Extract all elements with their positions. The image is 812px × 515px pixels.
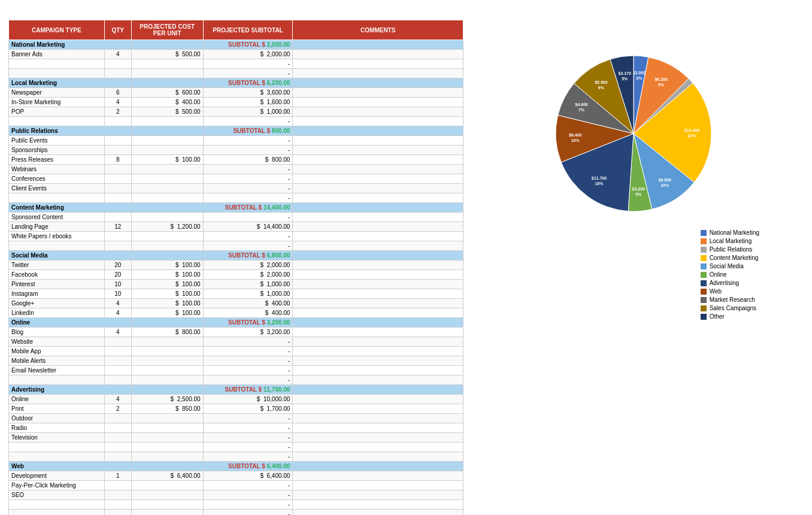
row-name: Sponsorships	[9, 146, 105, 155]
row-subtotal: -	[203, 117, 293, 126]
row-comments	[293, 443, 463, 452]
row-name: Email Newsletter	[9, 366, 105, 375]
category-row: AdvertisingSUBTOTAL $ 11,700.00	[9, 385, 463, 395]
row-name	[9, 443, 105, 452]
row-comments	[293, 241, 463, 251]
category-row: WebSUBTOTAL $ 6,400.00	[9, 462, 463, 471]
row-comments	[293, 289, 463, 299]
row-name: Banner Ads	[9, 50, 105, 59]
legend-label-1: Local Marketing	[710, 238, 752, 244]
row-comments	[293, 347, 463, 356]
row-cost: $ 850.00	[131, 404, 203, 414]
row-qty	[104, 184, 131, 193]
legend-label-10: Other	[710, 313, 725, 320]
table-row: POP 2 $ 500.00 $ 1,000.00	[9, 107, 463, 117]
row-cost	[131, 117, 203, 126]
page: CAMPAIGN TYPE QTY PROJECTED COSTPER UNIT…	[0, 0, 812, 515]
row-name: Radio	[9, 423, 105, 433]
row-name: Webinars	[9, 165, 105, 174]
table-row: -	[9, 241, 463, 251]
row-qty: 4	[104, 328, 131, 337]
row-subtotal: $ 1,600.00	[203, 98, 293, 107]
legend-color-7	[701, 289, 707, 295]
row-cost	[131, 433, 203, 443]
row-cost	[131, 414, 203, 423]
row-cost: $ 500.00	[131, 107, 203, 117]
table-row: LinkedIn 4 $ 100.00 $ 400.00	[9, 308, 463, 318]
legend-color-4	[701, 263, 707, 269]
pie-chart-wrapper: $2.0003%$6.2009%$14.40022%$6.80010%$3.20…	[544, 44, 723, 223]
row-name: Blog	[9, 328, 105, 337]
row-cost: $ 800.00	[131, 328, 203, 337]
row-qty	[104, 193, 131, 203]
table-row: White Papers / ebooks -	[9, 232, 463, 241]
row-comments	[293, 88, 463, 98]
row-cost	[131, 232, 203, 241]
row-cost	[131, 174, 203, 184]
table-row: Newspaper 6 $ 600.00 $ 3,600.00	[9, 88, 463, 98]
row-comments	[293, 404, 463, 414]
row-subtotal: $ 400.00	[203, 299, 293, 308]
row-cost	[131, 423, 203, 433]
row-cost	[131, 69, 203, 78]
row-subtotal: $ 2,000.00	[203, 50, 293, 59]
legend-label-2: Public Relations	[710, 246, 753, 253]
table-row: -	[9, 500, 463, 510]
row-comments	[293, 69, 463, 78]
legend-item-4: Social Media	[701, 263, 759, 269]
row-comments	[293, 260, 463, 270]
row-comments	[293, 193, 463, 203]
row-qty	[104, 356, 131, 366]
legend-item-7: Web	[701, 288, 759, 295]
category-name: Content Marketing	[9, 203, 132, 213]
category-name: Social Media	[9, 251, 132, 260]
row-cost	[131, 165, 203, 174]
category-name: Online	[9, 318, 132, 328]
row-subtotal: $ 6,400.00	[203, 471, 293, 481]
table-row: -	[9, 59, 463, 69]
row-subtotal: $ 2,000.00	[203, 260, 293, 270]
legend-color-2	[701, 247, 707, 253]
row-subtotal: $ 14,400.00	[203, 222, 293, 232]
row-subtotal: $ 10,000.00	[203, 395, 293, 404]
row-name: Facebook	[9, 270, 105, 280]
col-header-qty: QTY	[104, 20, 131, 40]
category-row: Content MarketingSUBTOTAL $ 14,400.00	[9, 203, 463, 213]
row-cost	[131, 347, 203, 356]
row-qty: 4	[104, 308, 131, 318]
row-qty	[104, 136, 131, 146]
table-row: Development 1 $ 6,400.00 $ 6,400.00	[9, 471, 463, 481]
row-cost	[131, 500, 203, 510]
table-row: -	[9, 510, 463, 516]
row-qty: 2	[104, 107, 131, 117]
content-area: CAMPAIGN TYPE QTY PROJECTED COSTPER UNIT…	[8, 20, 804, 515]
row-name	[9, 193, 105, 203]
row-name	[9, 69, 105, 78]
table-row: Radio -	[9, 423, 463, 433]
row-qty: 1	[104, 471, 131, 481]
row-comments	[293, 174, 463, 184]
col-header-comments: COMMENTS	[293, 20, 463, 40]
row-name	[9, 117, 105, 126]
table-row: Sponsored Content -	[9, 213, 463, 222]
row-qty: 12	[104, 222, 131, 232]
table-row: Facebook 20 $ 100.00 $ 2,000.00	[9, 270, 463, 280]
row-cost	[131, 366, 203, 375]
row-name: Print	[9, 404, 105, 414]
table-row: Television -	[9, 433, 463, 443]
row-name	[9, 510, 105, 516]
row-qty: 8	[104, 155, 131, 165]
table-row: Press Releases 8 $ 100.00 $ 800.00	[9, 155, 463, 165]
legend-color-10	[701, 314, 707, 320]
row-name: Conferences	[9, 174, 105, 184]
table-row: Pay-Per-Click Marketing -	[9, 481, 463, 490]
row-comments	[293, 184, 463, 193]
category-row: Local MarketingSUBTOTAL $ 6,200.00	[9, 78, 463, 88]
legend-item-5: Online	[701, 271, 759, 278]
row-comments	[293, 50, 463, 59]
row-comments	[293, 299, 463, 308]
row-subtotal: -	[203, 510, 293, 516]
row-comments	[293, 222, 463, 232]
row-subtotal: -	[203, 452, 293, 462]
row-qty	[104, 347, 131, 356]
